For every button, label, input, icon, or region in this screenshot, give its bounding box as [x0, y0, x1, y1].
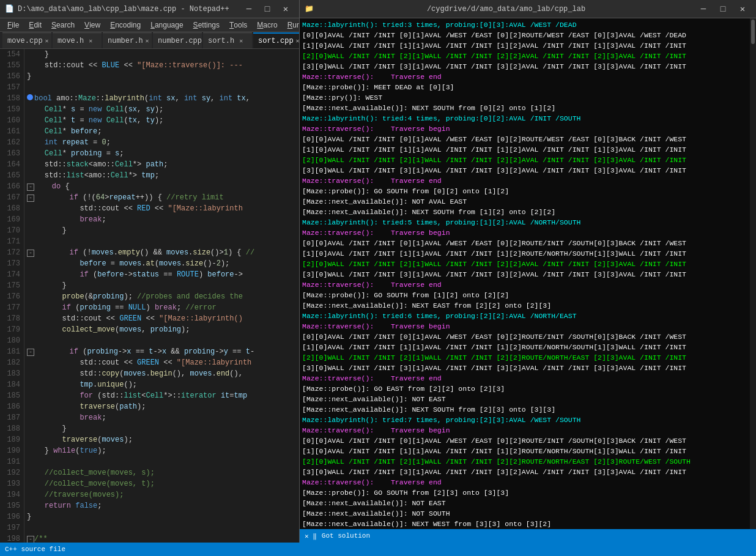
terminal-title: /cygdrive/d/amo_data/amo_lab/cpp_lab: [427, 5, 585, 13]
terminal-path-icon: 📁: [305, 4, 314, 13]
tab-close-sort-h[interactable]: ✕: [237, 37, 245, 45]
tab-number-h[interactable]: number.h ✕: [103, 32, 152, 48]
file-type-label: C++ source file: [5, 546, 65, 553]
tab-sort-h[interactable]: sort.h ✕: [203, 32, 252, 48]
terminal-panel: 📁 /cygdrive/d/amo_data/amo_lab/cpp_lab ─…: [300, 0, 756, 543]
terminal-close[interactable]: ✕: [734, 2, 751, 16]
tab-close-number-h[interactable]: ✕: [146, 37, 149, 45]
tab-sort-cpp[interactable]: sort.cpp ✕: [253, 32, 300, 48]
terminal-status-text: Got solution: [322, 532, 370, 539]
tab-move-cpp[interactable]: move.cpp ✕: [2, 32, 51, 48]
menu-macro[interactable]: Macro: [252, 18, 282, 31]
code-content[interactable]: } std::cout << BLUE << "[Maze::traverse(…: [24, 49, 299, 543]
terminal-scrollbar[interactable]: [750, 18, 756, 529]
terminal-statusbar: ✕ ‖ Got solution: [300, 529, 756, 543]
line-numbers: 154 155 156 157 158 159 160 161 162 163 …: [0, 49, 24, 543]
notepadpp-controls: ─ □ ✕: [240, 2, 294, 16]
menu-search[interactable]: Search: [46, 18, 80, 31]
terminal-titlebar: 📁 /cygdrive/d/amo_data/amo_lab/cpp_lab ─…: [300, 0, 756, 18]
terminal-scrollbar-thumb[interactable]: [751, 20, 755, 44]
menu-file[interactable]: File: [2, 18, 24, 31]
editor-statusbar: C++ source file: [0, 543, 756, 556]
maximize-button[interactable]: □: [259, 2, 276, 16]
tab-close-move-cpp[interactable]: ✕: [45, 37, 49, 45]
menu-run[interactable]: Run: [283, 18, 300, 31]
tabs-bar: move.cpp ✕ move.h ✕ number.h ✕ number.cp…: [0, 32, 299, 49]
terminal-minimize[interactable]: ─: [695, 2, 712, 16]
terminal-controls: ─ □ ✕: [695, 2, 751, 16]
close-button[interactable]: ✕: [277, 2, 294, 16]
tab-close-sort-cpp[interactable]: ✕: [296, 37, 300, 45]
notepadpp-icon: 📄: [5, 4, 14, 13]
terminal-status-icons: ✕ ‖: [305, 532, 317, 540]
tab-number-cpp[interactable]: number.cpp ✕: [153, 32, 202, 48]
code-area: 154 155 156 157 158 159 160 161 162 163 …: [0, 49, 299, 543]
menu-settings[interactable]: Settings: [188, 18, 224, 31]
menu-bar: File Edit Search View Encoding Language …: [0, 18, 299, 32]
tab-close-move-h[interactable]: ✕: [86, 37, 95, 45]
editor-panel: 📄 D:\amo_data\amo_lab\cpp_lab\maze.cpp -…: [0, 0, 300, 543]
notepadpp-title: D:\amo_data\amo_lab\cpp_lab\maze.cpp - N…: [18, 5, 240, 13]
terminal-wrapper: Maze::labyrinth(): tried:3 times, probin…: [300, 18, 756, 529]
menu-language[interactable]: Language: [146, 18, 188, 31]
menu-edit[interactable]: Edit: [24, 18, 46, 31]
terminal-maximize[interactable]: □: [714, 2, 732, 16]
menu-encoding[interactable]: Encoding: [105, 18, 146, 31]
tab-move-h[interactable]: move.h ✕: [53, 32, 102, 48]
minimize-button[interactable]: ─: [240, 2, 258, 16]
menu-tools[interactable]: Tools: [224, 18, 252, 31]
terminal-output[interactable]: Maze::labyrinth(): tried:3 times, probin…: [300, 18, 750, 529]
notepadpp-titlebar: 📄 D:\amo_data\amo_lab\cpp_lab\maze.cpp -…: [0, 0, 299, 18]
menu-view[interactable]: View: [80, 18, 105, 31]
